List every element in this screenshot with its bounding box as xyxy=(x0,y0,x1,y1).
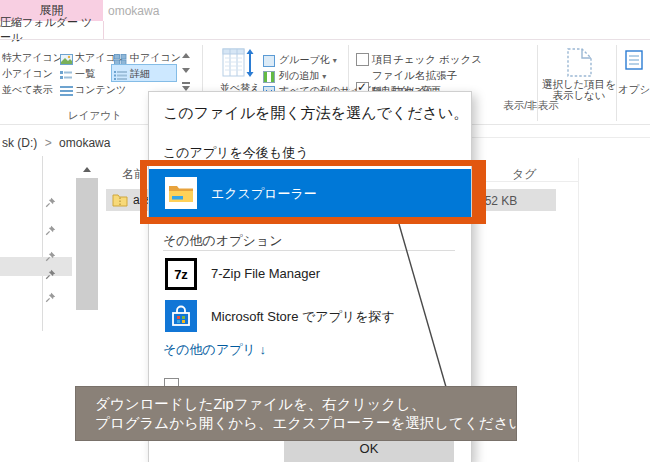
7zip-label: 7-Zip File Manager xyxy=(211,266,320,281)
breadcrumb-folder[interactable]: omokawa xyxy=(59,136,110,150)
scrollbar-thumb[interactable] xyxy=(76,178,98,310)
annotation-tooltip: ダウンロードしたZipファイルを、右クリックし、 プログラムから開くから、エクス… xyxy=(75,386,517,441)
gallery-item-content[interactable]: コンテンツ xyxy=(75,83,126,97)
highlight-frame xyxy=(140,160,486,224)
dialog-title: このファイルを開く方法を選んでください。 xyxy=(163,104,468,123)
content-view-icon xyxy=(60,83,73,101)
gallery-item-tiles[interactable]: 並べて表示 xyxy=(2,83,52,97)
tooltip-line2: プログラムから開くから、エクスプローラーを選択してください xyxy=(95,414,516,433)
ribbon-group-divider xyxy=(616,45,617,121)
7zip-glyph: 7z xyxy=(174,267,188,282)
gallery-item-small-icons[interactable]: 小アイコン xyxy=(2,67,53,81)
store-icon xyxy=(165,300,197,332)
tab-row-divider xyxy=(0,39,650,40)
hide-selected-button[interactable]: 選択した項目を表示しない xyxy=(538,79,620,101)
item-checkboxes-label[interactable]: 項目チェック ボックス xyxy=(372,53,482,67)
item-checkboxes-checkbox[interactable] xyxy=(356,53,369,66)
hide-selected-icon xyxy=(566,47,593,82)
app-option-7zip[interactable]: 7z 7-Zip File Manager xyxy=(149,254,471,296)
options-button[interactable]: オプション xyxy=(618,83,650,97)
7zip-icon: 7z xyxy=(165,258,197,290)
nav-selected-item[interactable] xyxy=(0,257,72,276)
pin-icon[interactable] xyxy=(45,289,56,307)
explorer-window: 展開 omokawa 圧縮フォルダー ツール 特大アイコン 小アイコン 並べて表… xyxy=(0,0,650,462)
sort-by-icon xyxy=(222,48,256,82)
tab-compressed-folder-tools-label: 圧縮フォルダー ツール xyxy=(0,15,103,45)
gallery-item-details[interactable]: 詳細 xyxy=(130,67,150,81)
pin-icon[interactable] xyxy=(45,222,56,240)
breadcrumb-drive[interactable]: sk (D:) xyxy=(2,136,37,150)
app-option-store[interactable]: Microsoft Store でアプリを探す xyxy=(149,296,471,338)
gallery-item-list[interactable]: 一覧 xyxy=(75,67,95,81)
tab-compressed-folder-tools[interactable]: 圧縮フォルダー ツール xyxy=(0,21,104,39)
gallery-scroll-up-icon[interactable] xyxy=(182,53,190,58)
details-view-icon xyxy=(114,67,127,85)
window-title: omokawa xyxy=(108,4,159,18)
gallery-scroll-down-icon[interactable] xyxy=(182,68,190,73)
gallery-item-extra-large-icons[interactable]: 特大アイコン xyxy=(2,51,63,65)
size-columns-icon xyxy=(263,84,275,91)
show-hide-group-label: 表示/非表示 xyxy=(493,99,569,113)
pin-icon[interactable] xyxy=(45,248,56,266)
nav-pane-divider xyxy=(42,156,43,331)
zip-file-icon xyxy=(112,192,128,212)
options-icon xyxy=(625,50,643,74)
group-by-button[interactable]: グループ化 xyxy=(279,53,337,67)
add-columns-button[interactable]: 列の追加 xyxy=(279,69,326,83)
address-bottom-divider xyxy=(470,137,650,138)
breadcrumb: sk (D:) > omokawa xyxy=(2,136,110,150)
layout-group-label: レイアウト xyxy=(55,109,135,123)
scroll-up-arrow-icon xyxy=(83,167,91,172)
breadcrumb-separator-icon: > xyxy=(45,136,52,150)
pin-icon[interactable] xyxy=(45,194,56,212)
scrollbar-up-button[interactable] xyxy=(76,160,98,178)
gallery-expand-bar xyxy=(182,82,190,84)
tooltip-line1: ダウンロードしたZipファイルを、右クリックし、 xyxy=(95,395,516,414)
file-extensions-label[interactable]: ファイル名拡張子 xyxy=(372,69,457,83)
column-divider xyxy=(578,158,579,462)
pin-icon[interactable] xyxy=(45,266,56,284)
more-apps-link[interactable]: その他のアプリ ↓ xyxy=(163,341,266,359)
dialog-divider xyxy=(163,250,455,251)
gallery-item-medium-icons[interactable]: 中アイコン xyxy=(130,51,181,65)
other-options-heading: その他のオプション xyxy=(163,232,282,250)
ok-button-label: OK xyxy=(360,441,379,456)
store-label: Microsoft Store でアプリを探す xyxy=(211,308,395,326)
column-header-underline xyxy=(477,181,578,182)
